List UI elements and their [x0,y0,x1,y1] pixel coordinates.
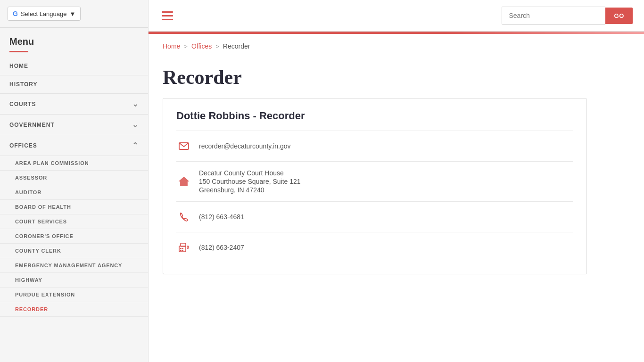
sidebar-sub-item-label: PURDUE EXTENSION [15,292,75,297]
hamburger-button[interactable] [160,9,175,22]
breadcrumb-separator: > [184,43,188,50]
address-block: Decatur County Court House 150 Courthous… [199,169,301,194]
svg-rect-8 [187,246,189,248]
phone-number: (812) 663-4681 [199,213,244,221]
sidebar-sub-item-label: AREA PLAN COMMISSION [15,160,89,166]
sidebar-sub-item-label: COUNTY CLERK [15,248,61,254]
header: GO [149,0,644,32]
email-link[interactable]: recorder@decaturcounty.in.gov [199,142,291,150]
sidebar-sub-item-label: BOARD OF HEALTH [15,204,71,210]
dropdown-arrow-icon: ▼ [69,10,75,17]
search-container: GO [502,7,633,25]
sidebar-sub-item-auditor[interactable]: AUDITOR [0,185,148,200]
sidebar-sub-item-assessor[interactable]: ASSESSOR [0,171,148,185]
fax-number: (812) 663-2407 [199,244,244,251]
svg-rect-7 [182,250,183,251]
sidebar-sub-item-emergency-management[interactable]: EMERGENCY MANAGEMENT AGENCY [0,258,148,273]
chevron-up-icon: ⌃ [132,141,139,150]
sidebar-sub-item-county-clerk[interactable]: COUNTY CLERK [0,244,148,258]
sidebar-sub-item-court-services[interactable]: COURT SERVICES [0,214,148,229]
svg-rect-4 [180,248,182,249]
search-input[interactable] [502,7,605,25]
fax-icon [176,240,191,255]
sidebar-sub-item-label: COURT SERVICES [15,219,67,224]
sidebar-sub-item-coroners-office[interactable]: CORONER'S OFFICE [0,229,148,244]
breadcrumb-home-link[interactable]: Home [163,42,180,50]
sidebar-sub-item-purdue-extension[interactable]: PURDUE EXTENSION [0,288,148,302]
sidebar-sub-item-label: ASSESSOR [15,175,47,181]
sidebar-sub-item-label: EMERGENCY MANAGEMENT AGENCY [15,263,122,268]
language-selector-button[interactable]: G Select Language ▼ [8,7,81,21]
svg-rect-5 [180,250,182,251]
sidebar-item-courts[interactable]: COURTS ⌄ [0,94,148,115]
google-g-icon: G [13,10,18,17]
sidebar-sub-item-board-of-health[interactable]: BOARD OF HEALTH [0,200,148,214]
sidebar-item-home[interactable]: HOME [0,57,148,75]
address-line2: Greensburg, IN 47240 [199,186,301,194]
contact-card-title: Dottie Robbins - Recorder [176,110,573,131]
main-content: GO Home > Offices > Recorder Recorder Do… [149,0,644,362]
hamburger-line [162,15,173,16]
sidebar-sub-item-label: CORONER'S OFFICE [15,233,74,239]
sidebar-sub-item-area-plan[interactable]: AREA PLAN COMMISSION [0,156,148,171]
content-area: Dottie Robbins - Recorder recorder@decat… [149,98,644,288]
sidebar-sub-item-label: RECORDER [15,306,48,312]
sidebar-item-government[interactable]: GOVERNMENT ⌄ [0,115,148,135]
contact-phone-row: (812) 663-4681 [176,202,573,232]
language-selector-label: Select Language [21,10,67,17]
chevron-down-icon: ⌄ [132,120,139,129]
sidebar-sub-item-label: HIGHWAY [15,277,42,283]
address-line1: 150 Courthouse Square, Suite 121 [199,178,301,185]
contact-fax-row: (812) 663-2407 [176,232,573,263]
breadcrumb-current: Recorder [223,42,250,50]
page-title: Recorder [149,52,644,98]
sidebar-item-history[interactable]: HISTORY [0,75,148,94]
sidebar: G Select Language ▼ Menu HOME HISTORY CO… [0,0,149,362]
chevron-down-icon: ⌄ [132,99,139,108]
menu-title: Menu [0,28,148,51]
breadcrumb: Home > Offices > Recorder [149,34,644,52]
contact-card: Dottie Robbins - Recorder recorder@decat… [163,98,587,274]
sidebar-item-offices[interactable]: OFFICES ⌃ [0,135,148,156]
home-icon [176,174,191,189]
phone-icon [176,209,191,224]
breadcrumb-offices-link[interactable]: Offices [191,42,212,50]
hamburger-line [162,11,173,13]
email-icon [176,139,191,154]
sidebar-item-government-label: GOVERNMENT [9,122,55,128]
sidebar-item-offices-label: OFFICES [9,142,37,149]
svg-rect-6 [182,248,183,249]
sidebar-sub-item-label: AUDITOR [15,189,41,195]
hamburger-line [162,19,173,20]
sidebar-item-courts-label: COURTS [9,101,36,107]
search-button[interactable]: GO [605,8,633,24]
contact-email-row: recorder@decaturcounty.in.gov [176,131,573,162]
sidebar-sub-item-recorder[interactable]: RECORDER [0,302,148,317]
address-name: Decatur County Court House [199,169,301,177]
menu-title-underline [9,51,28,52]
language-selector-container: G Select Language ▼ [0,0,148,28]
sidebar-sub-item-highway[interactable]: HIGHWAY [0,273,148,288]
sidebar-item-history-label: HISTORY [9,81,37,88]
breadcrumb-separator: > [215,43,219,50]
sidebar-item-home-label: HOME [9,63,28,69]
contact-address-row: Decatur County Court House 150 Courthous… [176,162,573,202]
svg-marker-1 [180,177,188,186]
